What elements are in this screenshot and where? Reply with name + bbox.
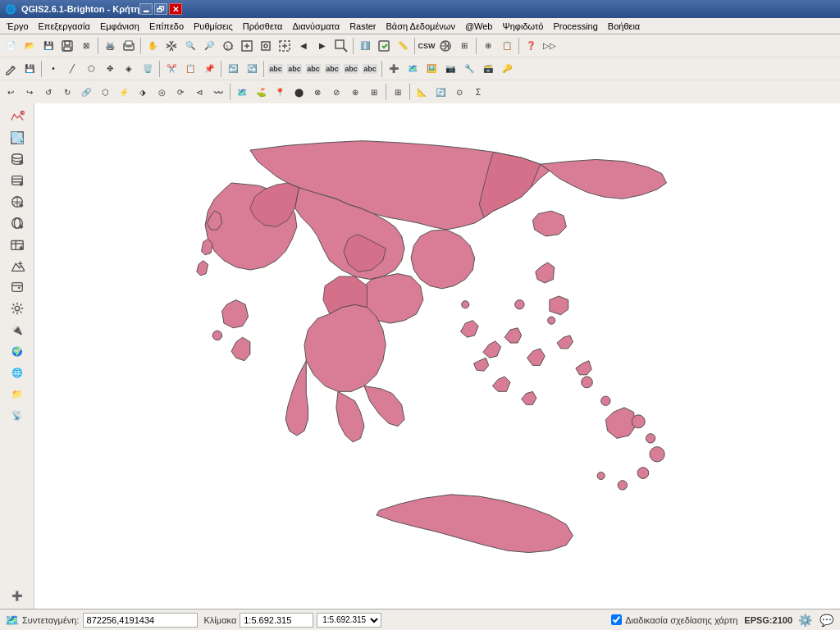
scale-input[interactable] [240, 613, 313, 628]
zoom-selection-button[interactable] [276, 37, 294, 55]
add-wms-button[interactable] [436, 37, 454, 55]
copy-features-button[interactable]: 📋 [181, 60, 199, 78]
add-wms-layer[interactable]: + [6, 192, 29, 212]
add-layer-bottom[interactable]: ➕ [6, 586, 29, 605]
measure-button[interactable]: 📏 [394, 37, 412, 55]
epsg-settings-button[interactable]: ⚙️ [796, 611, 814, 629]
menu-item-web[interactable]: @Web [460, 20, 498, 33]
help-button[interactable]: ❓ [522, 37, 540, 55]
plugin-4[interactable]: 🔧 [460, 60, 478, 78]
zoom-next-button[interactable]: ▶ [313, 37, 331, 55]
smooth-button[interactable]: 〰️ [209, 83, 227, 101]
render-checkbox[interactable] [611, 614, 622, 625]
pan-button[interactable]: ✋ [144, 37, 162, 55]
identify-button[interactable]: ℹ️ [356, 37, 374, 55]
layer-settings[interactable] [6, 299, 29, 318]
union-button[interactable]: ⊕ [346, 83, 364, 101]
gpx-button[interactable]: 🗺️ [233, 83, 251, 101]
add-wfs-layer[interactable]: + [6, 235, 29, 254]
map-canvas[interactable] [34, 103, 840, 609]
add-postgis-layer[interactable]: + [6, 149, 29, 169]
close-button[interactable]: ✕ [169, 3, 182, 15]
label-tool-button[interactable]: abc [267, 60, 285, 78]
node-tool-button[interactable]: ◈ [120, 60, 138, 78]
shortest-path-button[interactable]: 📍 [271, 83, 289, 101]
messages-button[interactable]: 💬 [817, 611, 835, 629]
csw-button[interactable]: CSW [418, 37, 436, 55]
delete-selected-button[interactable]: 🗑️ [139, 60, 157, 78]
print-button[interactable]: 🖨️ [101, 37, 119, 55]
plugin-1[interactable]: 🗺️ [404, 60, 422, 78]
label-pin-button[interactable]: abc [285, 60, 304, 78]
zoom-native-button[interactable]: 1:1 [219, 37, 237, 55]
dissolve-button[interactable]: 🔄 [431, 83, 450, 101]
topology-button[interactable]: ⬡ [96, 83, 114, 101]
digitize-point-button[interactable]: • [44, 60, 62, 78]
merge-button[interactable]: ⬗ [134, 83, 152, 101]
menu-item-[interactable]: Πρόσθετα [238, 20, 288, 33]
minimize-button[interactable]: 🗕 [139, 3, 153, 15]
new-spatialite-layer[interactable] [6, 277, 29, 297]
menu-item-[interactable]: Επεξεργασία [34, 20, 95, 33]
save-button[interactable]: 💾 [39, 37, 57, 55]
redo-hist-button[interactable]: ↪ [21, 83, 39, 101]
offset-button[interactable]: ⊲ [190, 83, 208, 101]
menu-item-[interactable]: Διανύσματα [287, 20, 345, 33]
add-wcs-layer[interactable]: + [6, 213, 29, 233]
menu-item-[interactable]: Ρυθμίσεις [189, 20, 238, 33]
close-project-button[interactable]: ⊠ [77, 37, 95, 55]
intersect-button[interactable]: ⊗ [308, 83, 326, 101]
save-as-button[interactable] [58, 37, 76, 55]
menu-item-processing[interactable]: Processing [548, 20, 602, 33]
add-raster-layer[interactable]: + [6, 128, 29, 148]
restore-button[interactable]: 🗗 [154, 3, 167, 15]
select-loc-button[interactable]: 📐 [413, 83, 431, 101]
route-button[interactable]: ⛳ [252, 83, 270, 101]
split-button[interactable]: ⚡ [115, 83, 133, 101]
more-button[interactable]: ▷▷ [541, 37, 559, 55]
digitize-line-button[interactable]: ╱ [63, 60, 81, 78]
plugin-6[interactable]: 🔑 [498, 60, 516, 78]
ring-button[interactable]: ◎ [153, 83, 171, 101]
zoom-prev-button[interactable]: ◀ [294, 37, 313, 55]
print-composer-button[interactable] [120, 37, 138, 55]
rotate-left-button[interactable]: ↺ [39, 83, 57, 101]
undo-button[interactable]: ↩️ [224, 60, 242, 78]
label-move-button[interactable]: abc [323, 60, 341, 78]
menu-item-[interactable]: Έργο [2, 20, 34, 33]
zoom-layer-button[interactable] [257, 37, 275, 55]
add-feature-button[interactable]: ➕ [385, 60, 403, 78]
zoom-box-button[interactable] [332, 37, 350, 55]
scale-dropdown[interactable]: 1:5.692.315 [317, 613, 381, 628]
snap-button[interactable]: 🔗 [77, 83, 95, 101]
label-change-prop[interactable]: abc [361, 60, 379, 78]
digitize-poly-button[interactable]: ⬠ [82, 60, 100, 78]
redo-button[interactable]: ↪️ [243, 60, 261, 78]
gps-tools[interactable]: 📡 [6, 405, 29, 425]
menu-item-[interactable]: Εμφάνιση [95, 20, 144, 33]
add-wfs-button[interactable]: ⊞ [455, 37, 473, 55]
plugin-5[interactable]: 🗃️ [479, 60, 497, 78]
sym-diff-button[interactable]: ⊞ [365, 83, 383, 101]
reshape-button[interactable]: ⟳ [171, 83, 189, 101]
global-layers[interactable]: 🌍 [6, 341, 29, 361]
pan-to-selection[interactable] [162, 37, 180, 55]
difference-button[interactable]: ⊘ [327, 83, 345, 101]
label-show-hide-button[interactable]: abc [304, 60, 322, 78]
open-button[interactable]: 📂 [21, 37, 39, 55]
field-calc-button[interactable]: Σ [469, 83, 487, 101]
paste-features-button[interactable]: 📌 [200, 60, 218, 78]
zoom-full-button[interactable] [238, 37, 256, 55]
move-feature-button[interactable]: ✥ [101, 60, 119, 78]
menu-item-[interactable]: Ψηφιδωτό [498, 20, 549, 33]
grid-button[interactable]: ⊞ [389, 83, 407, 101]
undo-hist-button[interactable]: ↩ [2, 83, 20, 101]
zoom-in-button[interactable]: 🔍 [181, 37, 199, 55]
plugins-button[interactable]: 🔌 [6, 320, 29, 340]
coord-capture-button[interactable]: ⊕ [479, 37, 497, 55]
add-spatialite-layer[interactable]: + [6, 171, 29, 190]
zoom-out-button[interactable]: 🔎 [200, 37, 218, 55]
buffer-button[interactable]: ⬤ [290, 83, 308, 101]
menu-item-[interactable]: Επίπεδο [144, 20, 189, 33]
layers-wms[interactable]: 🌐 [6, 363, 29, 382]
